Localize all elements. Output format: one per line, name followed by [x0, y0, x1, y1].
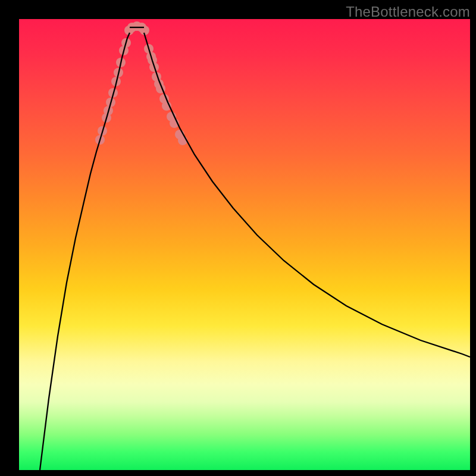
curve-left-branch: [40, 33, 130, 470]
plot-area: [19, 19, 470, 470]
outer-frame: TheBottleneck.com: [0, 0, 476, 476]
chart-svg: [19, 19, 470, 470]
watermark-text: TheBottleneck.com: [346, 4, 470, 20]
curve-right-branch: [144, 33, 470, 357]
dots-bottom: [124, 21, 149, 35]
dots-left: [95, 38, 131, 145]
